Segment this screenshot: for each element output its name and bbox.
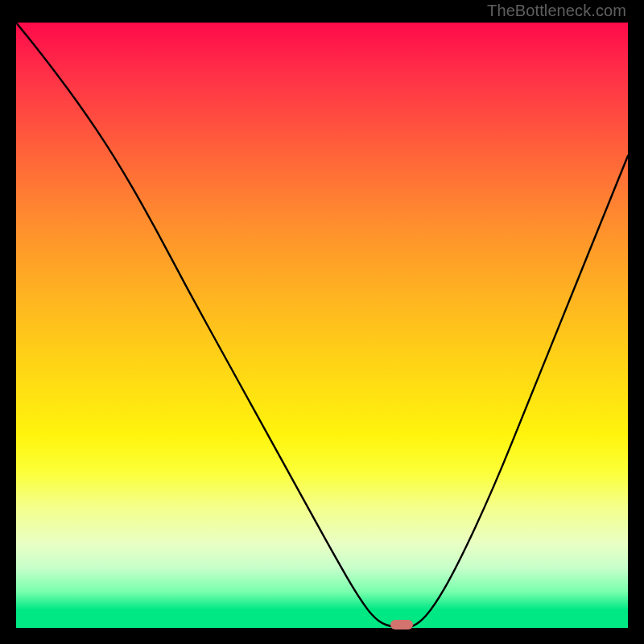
chart-frame: TheBottleneck.com <box>0 0 644 644</box>
watermark-text: TheBottleneck.com <box>487 2 626 20</box>
optimal-marker <box>390 620 413 630</box>
plot-area <box>16 23 628 628</box>
gradient-background <box>16 23 628 628</box>
